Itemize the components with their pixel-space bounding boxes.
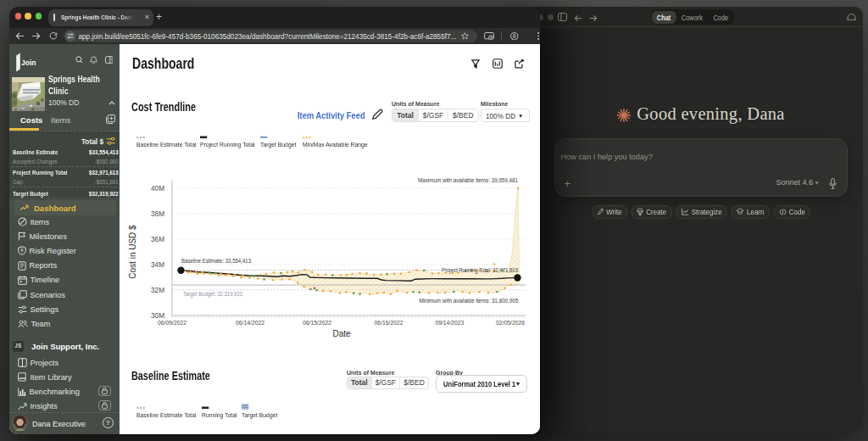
svg-text:36M: 36M [151, 236, 164, 243]
svg-text:Date: Date [332, 329, 351, 338]
svg-text:30M: 30M [151, 312, 164, 320]
svg-text:Project Running Total: 32,971,: Project Running Total: 32,971,613 [442, 266, 518, 274]
svg-text:09/14/2023: 09/14/2023 [435, 320, 464, 326]
svg-text:38M: 38M [151, 210, 164, 218]
svg-text:06/16/2022: 06/16/2022 [375, 320, 403, 326]
svg-text:Cost in USD $: Cost in USD $ [128, 225, 137, 279]
svg-text:02/05/2026: 02/05/2026 [496, 320, 525, 326]
svg-text:Target Budget: 32,319,922: Target Budget: 32,319,922 [183, 290, 242, 298]
svg-text:06/09/2022: 06/09/2022 [158, 320, 186, 326]
svg-text:32M: 32M [151, 287, 164, 294]
svg-text:06/14/2022: 06/14/2022 [236, 320, 264, 326]
svg-text:Minimum with available items:: Minimum with available items: 31,800,905 [420, 297, 520, 304]
svg-text:Baseline Estimate: 33,554,413: Baseline Estimate: 33,554,413 [181, 257, 251, 265]
svg-text:06/15/2022: 06/15/2022 [303, 320, 331, 326]
svg-text:Maximum with available items:: Maximum with available items: 39,959,481 [418, 176, 518, 184]
svg-text:40M: 40M [151, 185, 164, 193]
svg-text:34M: 34M [151, 261, 164, 269]
